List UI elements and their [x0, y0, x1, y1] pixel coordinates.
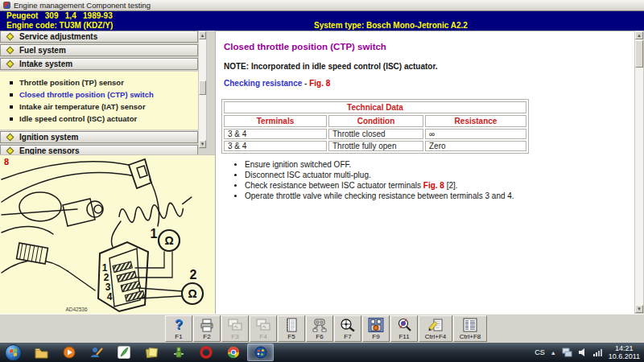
column-header-resistance: Resistance — [425, 115, 526, 127]
vehicle-engine-code: Engine code: TU3M (KDZ/Y) — [6, 21, 113, 30]
function-toolbar: ? F1 F2 F3 F4 F5 — [0, 314, 644, 343]
bullet-square-icon — [10, 117, 13, 121]
document-pencil-icon — [427, 317, 444, 333]
toolbar-buttons: ? F1 F2 F3 F4 F5 — [165, 315, 488, 342]
sidebar-item-isc-actuator[interactable]: Idle speed control (ISC) actuator — [0, 113, 198, 125]
ohm-symbol-2: Ω — [188, 287, 196, 300]
show-hidden-icons-icon[interactable]: ▲ — [551, 350, 556, 356]
sidebar-item-ctp-switch[interactable]: Closed throttle position (CTP) switch — [0, 88, 198, 101]
diamond-icon — [6, 33, 14, 41]
sidebar: Service adjustments Fuel system Intake s… — [0, 31, 198, 158]
taskbar-item-media-player[interactable] — [56, 343, 82, 361]
window-title: Engine management Component testing — [14, 1, 151, 10]
step-text: Operate throttle valve while checking re… — [245, 191, 514, 200]
meter-1-label: 1 — [151, 227, 158, 241]
scrollbar-thumb[interactable] — [199, 80, 206, 95]
pin-label-4: 4 — [107, 291, 113, 302]
taskbar-item-messenger[interactable] — [83, 343, 109, 361]
sidebar-section-ignition-system[interactable]: Ignition system — [0, 131, 198, 143]
scroll-up-icon[interactable]: ▲ — [199, 31, 206, 39]
system-tray: CS ▲ 14:21 10.6.2011 — [535, 344, 644, 360]
meter-2-label: 2 — [190, 268, 197, 282]
scrollbar-thumb[interactable] — [635, 40, 643, 68]
taskbar-item-usb-tool[interactable] — [165, 343, 192, 361]
sidebar-section-service-adjustments[interactable]: Service adjustments — [0, 31, 198, 43]
help-button[interactable]: ? F1 — [165, 315, 192, 342]
wiring-diagram-button[interactable]: F6 — [306, 315, 333, 342]
key-label: F11 — [398, 333, 409, 340]
cell-condition: Throttle fully open — [328, 141, 423, 151]
step-text: Check resistance between ISC actuator te… — [245, 181, 423, 190]
bullet-square-icon — [10, 81, 13, 84]
taskbar-item-opera[interactable] — [192, 343, 219, 361]
print-button[interactable]: F2 — [193, 315, 221, 342]
column-header-terminals: Terminals — [224, 115, 327, 127]
section-label: Ignition system — [19, 133, 78, 142]
key-label: F3 — [231, 333, 238, 340]
clock[interactable]: 14:21 10.6.2011 — [609, 344, 640, 360]
images-icon — [255, 317, 271, 333]
feather-icon — [118, 346, 130, 359]
start-button[interactable] — [5, 344, 22, 361]
sidebar-item-tp-sensor[interactable]: Throttle position (TP) sensor — [0, 76, 198, 88]
table-row: 3 & 4 Throttle closed ∞ — [224, 129, 526, 139]
figure-8-link[interactable]: Fig. 8 — [309, 79, 330, 88]
data-list-icon — [462, 317, 478, 333]
table-title: Technical Data — [224, 101, 526, 113]
taskbar-item-quill-app[interactable] — [110, 343, 137, 361]
cell-resistance: ∞ — [425, 129, 526, 139]
item-label: Intake air temperature (IAT) sensor — [19, 102, 146, 111]
search-button[interactable]: F11 — [390, 315, 418, 342]
list-item: Check resistance between ISC actuator te… — [245, 181, 514, 190]
language-indicator[interactable]: CS — [535, 348, 545, 356]
sidebar-section-intake-system[interactable]: Intake system — [0, 58, 198, 70]
component-testing-button[interactable]: F9 — [362, 315, 390, 342]
check-label: Checking resistance — [224, 79, 302, 88]
component-test-icon — [368, 317, 384, 333]
manual-button[interactable]: F5 — [278, 315, 305, 342]
sidebar-item-iat-sensor[interactable]: Intake air temperature (IAT) sensor — [0, 101, 198, 113]
windows-flag-icon — [10, 348, 17, 356]
content-panel: Closed throttle position (CTP) switch NO… — [215, 31, 634, 314]
network-signal-icon[interactable] — [592, 348, 603, 357]
sidebar-scrollbar[interactable]: ▲ ▼ — [198, 31, 207, 149]
table-row: 3 & 4 Throttle fully open Zero — [224, 141, 526, 151]
next-figure-button: F4 — [250, 315, 277, 342]
figure-8-link[interactable]: Fig. 8 — [423, 181, 444, 190]
key-label: F4 — [259, 333, 266, 340]
scroll-down-icon[interactable]: ▼ — [635, 305, 643, 313]
taskbar-item-chrome[interactable] — [220, 343, 246, 361]
printer-icon — [199, 317, 215, 333]
bullet-square-icon — [10, 105, 13, 109]
taskbar-item-sticky-notes[interactable] — [138, 343, 164, 361]
help-icon: ? — [175, 317, 183, 333]
figure-panel: 8 — [0, 154, 215, 314]
locate-component-button[interactable]: F7 — [334, 315, 361, 342]
item-label: Closed throttle position (CTP) switch — [19, 90, 154, 99]
action-center-icon[interactable] — [562, 348, 572, 357]
play-icon — [63, 346, 76, 359]
usb-device-icon — [172, 346, 185, 359]
list-item: Disconnect ISC actuator multi-plug. — [245, 171, 514, 179]
clock-date: 10.6.2011 — [609, 352, 640, 360]
note-text: NOTE: Incorporated in idle speed control… — [224, 62, 438, 71]
taskbar-item-explorer[interactable] — [28, 343, 55, 361]
volume-icon[interactable] — [578, 348, 587, 357]
scroll-down-icon[interactable]: ▼ — [199, 140, 206, 148]
sidebar-section-fuel-system[interactable]: Fuel system — [0, 44, 198, 56]
taskbar-item-autodata-active[interactable] — [247, 343, 274, 361]
content-scrollbar[interactable]: ▲ ▼ — [634, 31, 644, 314]
key-label: Ctrl+F4 — [425, 333, 446, 340]
edit-notes-button[interactable]: Ctrl+F4 — [419, 315, 452, 342]
ohm-symbol-1: Ω — [164, 234, 173, 247]
data-list-button[interactable]: Ctrl+F8 — [453, 315, 487, 342]
section-label: Service adjustments — [19, 32, 97, 41]
screen: { "window": { "title": "Engine managemen… — [0, 0, 644, 362]
globe-app-icon — [254, 346, 267, 359]
main-area: Service adjustments Fuel system Intake s… — [0, 31, 644, 314]
diamond-icon — [6, 47, 14, 55]
diamond-icon — [6, 134, 14, 142]
step-text: Disconnect ISC actuator multi-plug. — [245, 171, 371, 179]
scroll-up-icon[interactable]: ▲ — [635, 31, 643, 39]
notes-icon — [145, 346, 158, 359]
